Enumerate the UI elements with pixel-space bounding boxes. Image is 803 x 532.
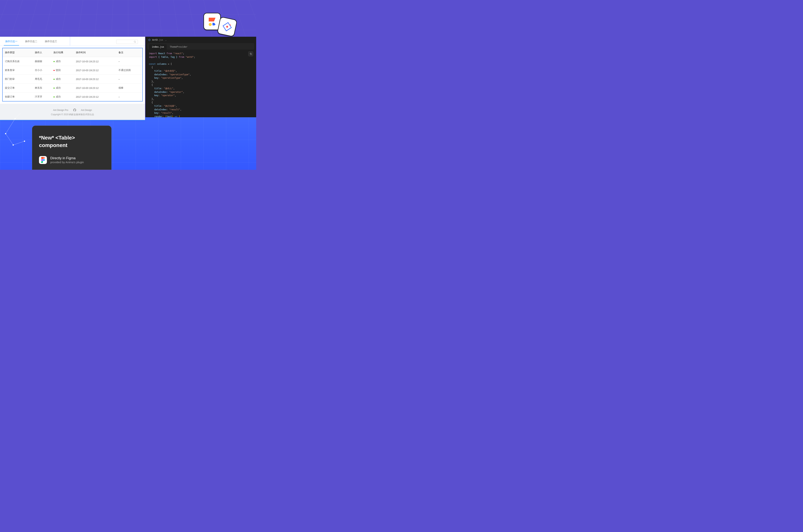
code-content: import React from "react"; import { Tabl… <box>145 50 256 117</box>
svg-point-4 <box>134 41 136 42</box>
promo-line-2: provided by Anima's plugin <box>50 160 84 164</box>
svg-point-14 <box>15 118 16 119</box>
cell-note: – <box>116 75 143 83</box>
svg-line-11 <box>6 134 13 145</box>
svg-line-9 <box>6 119 15 134</box>
figma-logo-icon <box>39 156 47 164</box>
editor-tab-theme[interactable]: ThemeProvider <box>167 44 190 50</box>
tabs-row: 操作日志一 操作日志二 操作日志三 <box>0 37 145 45</box>
svg-point-7 <box>149 40 150 40</box>
table-row: 创建订单汗牙牙成功2017-10-03 19:23:12– <box>3 92 143 101</box>
svg-point-13 <box>5 133 6 134</box>
svg-line-12 <box>13 141 24 145</box>
cell-operator: 林东东 <box>33 83 51 92</box>
cell-result: 驳回 <box>51 66 74 75</box>
cell-type: 财务复审 <box>3 66 33 75</box>
cell-note: 不通过原因 <box>116 66 143 75</box>
footer-link-antd[interactable]: Ant Design <box>81 109 92 111</box>
search-input[interactable] <box>118 40 134 43</box>
table-row: 财务复审付小小驳回2017-10-03 19:23:12不通过原因 <box>3 66 143 75</box>
table-row: 提交订单林东东成功2017-10-03 19:23:12很棒 <box>3 83 143 92</box>
antd-logo-card <box>217 16 237 37</box>
cell-note: – <box>116 92 143 101</box>
github-icon[interactable] <box>73 109 76 111</box>
cell-type: 创建订单 <box>3 92 33 101</box>
code-editor-panel: AntD.jsx ⌄ index.jsx ThemeProvider impor… <box>145 37 256 117</box>
cell-time: 2017-10-03 19:23:12 <box>74 57 116 66</box>
data-table: 操作类型 操作人 执行结果 操作时间 备注 订购关系生效曲丽丽成功2017-10… <box>2 48 143 101</box>
col-result: 执行结果 <box>51 48 74 57</box>
cell-type: 提交订单 <box>3 83 33 92</box>
tab-log-2[interactable]: 操作日志二 <box>21 38 41 45</box>
svg-line-10 <box>15 113 21 119</box>
cell-time: 2017-10-03 19:23:12 <box>74 92 116 101</box>
chevron-down-icon[interactable]: ⌄ <box>165 39 167 41</box>
cell-operator: 周毛毛 <box>33 75 51 83</box>
svg-point-2 <box>226 25 228 28</box>
svg-point-15 <box>13 145 14 146</box>
table-row: 部门初审周毛毛成功2017-10-03 19:23:12– <box>3 75 143 83</box>
cell-result: 成功 <box>51 92 74 101</box>
cell-result: 成功 <box>51 83 74 92</box>
cell-result: 成功 <box>51 57 74 66</box>
cell-type: 订购关系生效 <box>3 57 33 66</box>
table-header-row: 操作类型 操作人 执行结果 操作时间 备注 <box>3 48 143 57</box>
antd-logo-icon <box>148 39 151 41</box>
copy-icon <box>249 53 252 55</box>
promo-text: Directly in Figma provided by Anima's pl… <box>50 156 84 164</box>
svg-line-5 <box>135 42 136 43</box>
editor-file-title: AntD.jsx <box>152 39 163 41</box>
cell-operator: 付小小 <box>33 66 51 75</box>
editor-tabs: index.jsx ThemeProvider <box>147 43 254 50</box>
cell-time: 2017-10-03 19:23:12 <box>74 83 116 92</box>
cell-result: 成功 <box>51 75 74 83</box>
floating-icon-cards <box>203 13 241 41</box>
copy-button[interactable] <box>248 51 253 56</box>
cell-operator: 汗牙牙 <box>33 92 51 101</box>
search-icon <box>134 41 136 43</box>
cell-operator: 曲丽丽 <box>33 57 51 66</box>
col-operator: 操作人 <box>33 48 51 57</box>
promo-title: *New* <Table> component <box>39 134 105 149</box>
cell-note: 很棒 <box>116 83 143 92</box>
promo-line-1: Directly in Figma <box>50 156 84 160</box>
cell-time: 2017-10-03 19:23:12 <box>74 75 116 83</box>
svg-rect-8 <box>250 54 251 55</box>
cell-time: 2017-10-03 19:23:12 <box>74 66 116 75</box>
svg-point-16 <box>24 140 25 142</box>
col-operation-type: 操作类型 <box>3 48 33 57</box>
constellation-decoration <box>4 111 34 152</box>
col-note: 备注 <box>116 48 143 57</box>
footer-link-antd-pro[interactable]: Ant Design Pro <box>53 109 68 111</box>
col-time: 操作时间 <box>74 48 116 57</box>
cell-note: – <box>116 57 143 66</box>
table-row: 订购关系生效曲丽丽成功2017-10-03 19:23:12– <box>3 57 143 66</box>
editor-tab-index[interactable]: index.jsx <box>149 44 167 50</box>
search-field[interactable] <box>116 40 138 44</box>
tab-log-3[interactable]: 操作日志三 <box>41 38 61 45</box>
cell-type: 部门初审 <box>3 75 33 83</box>
table-panel: 操作日志一 操作日志二 操作日志三 操作类型 操作人 执行结果 操作时间 备注 … <box>0 37 145 120</box>
tab-log-1[interactable]: 操作日志一 <box>1 38 21 45</box>
promo-card: *New* <Table> component Directly in Figm… <box>32 126 112 170</box>
svg-point-17 <box>43 159 45 161</box>
svg-point-0 <box>209 23 212 26</box>
